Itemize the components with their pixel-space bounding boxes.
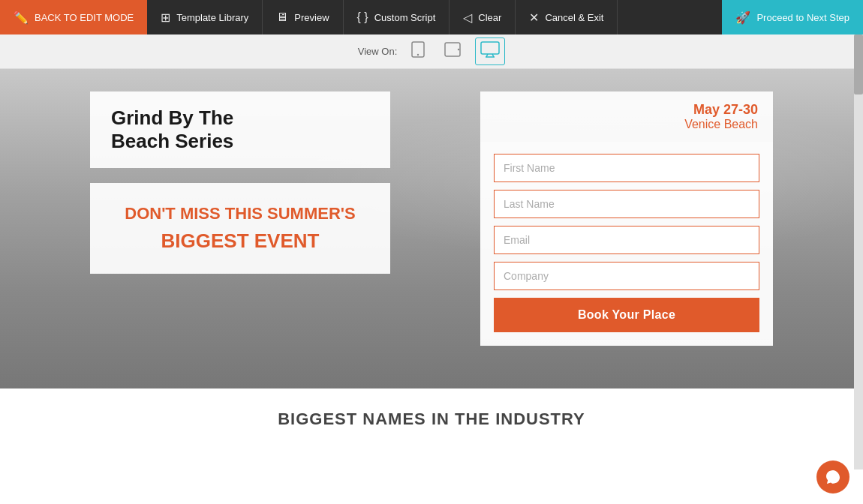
top-nav: ✏️ BACK TO EDIT MODE ⊞ Template Library … (0, 0, 863, 34)
proceed-icon: 🚀 (735, 10, 750, 25)
first-name-input[interactable] (494, 154, 759, 182)
back-label: BACK TO EDIT MODE (35, 12, 134, 23)
svg-point-3 (458, 49, 459, 50)
preview-button[interactable]: 🖥 Preview (263, 0, 343, 34)
event-box: DON'T MISS THIS SUMMER'S BIGGEST EVENT (90, 183, 390, 274)
preview-icon: 🖥 (276, 10, 288, 24)
title-line2: Beach Series (111, 130, 233, 152)
chat-bubble-button[interactable] (816, 460, 849, 494)
tablet-view-button[interactable] (439, 38, 466, 64)
template-icon: ⊞ (161, 10, 170, 25)
view-on-label: View On: (358, 46, 398, 57)
hero-left: Grind By The Beach Series DON'T MISS THI… (90, 92, 450, 274)
event-title: Grind By The Beach Series (111, 106, 369, 153)
script-icon: { } (357, 10, 368, 24)
preview-label: Preview (294, 12, 329, 23)
edit-icon: ✏️ (14, 10, 29, 25)
event-date: May 27-30 (495, 102, 758, 118)
book-place-button[interactable]: Book Your Place (494, 298, 759, 332)
svg-point-1 (417, 54, 419, 56)
clear-label: Clear (478, 12, 501, 23)
hero-section: Grind By The Beach Series DON'T MISS THI… (0, 69, 863, 388)
svg-rect-4 (481, 42, 499, 54)
desktop-view-button[interactable] (475, 38, 505, 65)
clear-button[interactable]: ◁ Clear (450, 0, 516, 34)
mobile-view-button[interactable] (406, 38, 430, 65)
cancel-icon: ✕ (529, 10, 539, 25)
custom-script-button[interactable]: { } Custom Script (344, 0, 450, 34)
back-to-edit-button[interactable]: ✏️ BACK TO EDIT MODE (0, 0, 147, 34)
view-on-bar: View On: (0, 34, 863, 69)
template-label: Template Library (176, 12, 248, 23)
title-line1: Grind By The (111, 106, 233, 129)
last-name-input[interactable] (494, 190, 759, 218)
date-bar: May 27-30 Venice Beach (480, 92, 773, 142)
event-line2: BIGGEST EVENT (111, 230, 369, 253)
company-input[interactable] (494, 262, 759, 290)
registration-form: Book Your Place (480, 142, 773, 346)
cancel-label: Cancel & Exit (545, 12, 603, 23)
cancel-exit-button[interactable]: ✕ Cancel & Exit (516, 0, 618, 34)
template-library-button[interactable]: ⊞ Template Library (147, 0, 263, 34)
custom-script-label: Custom Script (374, 12, 436, 23)
proceed-label: Proceed to Next Step (756, 12, 849, 23)
hero-right: May 27-30 Venice Beach Book Your Place (480, 92, 773, 346)
bottom-section: BIGGEST NAMES IN THE INDUSTRY (0, 388, 863, 504)
hero-content: Grind By The Beach Series DON'T MISS THI… (0, 69, 863, 388)
event-line1: DON'T MISS THIS SUMMER'S (111, 204, 369, 224)
proceed-button[interactable]: 🚀 Proceed to Next Step (722, 0, 863, 34)
event-location: Venice Beach (495, 118, 758, 131)
bottom-heading: BIGGEST NAMES IN THE INDUSTRY (0, 410, 863, 429)
email-input[interactable] (494, 226, 759, 254)
clear-icon: ◁ (463, 10, 472, 25)
title-box: Grind By The Beach Series (90, 92, 390, 168)
